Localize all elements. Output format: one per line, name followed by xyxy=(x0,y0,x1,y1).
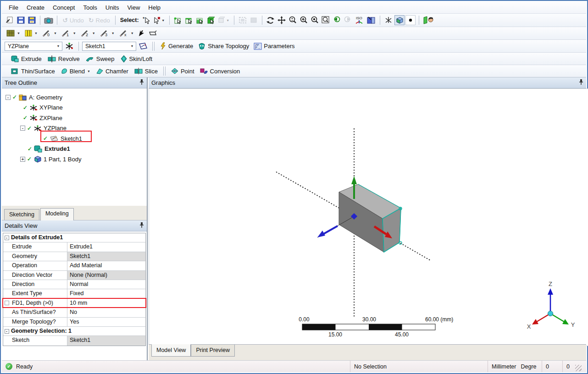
share-topology-button[interactable]: Share Topology xyxy=(196,42,251,50)
rotate-icon[interactable] xyxy=(266,15,276,25)
details-row[interactable]: ExtrudeExtrude1 xyxy=(3,242,145,252)
screenshot-icon[interactable] xyxy=(44,15,54,25)
tab-model-view[interactable]: Model View xyxy=(151,344,191,357)
export-icon[interactable] xyxy=(5,15,15,25)
row-value[interactable]: Add Material xyxy=(67,261,145,270)
chamfer-button[interactable]: Chamfer xyxy=(94,67,131,75)
tab-print-preview[interactable]: Print Preview xyxy=(191,345,235,357)
model-viewport[interactable]: 0.00 30.00 60.00 (mm) 15.00 45.00 Z xyxy=(149,88,588,346)
tree-item-part-body[interactable]: + ✓ 1 Part, 1 Body xyxy=(2,154,147,165)
tree-item-xyplane[interactable]: ✓ XYPlane xyxy=(2,103,147,113)
snap-grid-button[interactable]: ▼ xyxy=(23,29,39,37)
ruler-3-button[interactable]: 3▼ xyxy=(98,29,116,38)
next-view-icon[interactable] xyxy=(343,15,353,25)
triad-icon[interactable] xyxy=(383,15,394,25)
details-row[interactable]: SketchSketch1 xyxy=(3,336,145,345)
collapse-icon[interactable]: - xyxy=(5,236,9,240)
iso-view-icon[interactable]: ISO xyxy=(354,15,366,25)
zoom-fit-icon[interactable] xyxy=(310,15,320,25)
select-arrow-icon[interactable] xyxy=(137,28,147,38)
ruler-0-button[interactable]: 0▼ xyxy=(40,29,59,38)
redo-button[interactable]: ↻Redo xyxy=(87,16,112,24)
details-row[interactable]: Merge Topology?Yes xyxy=(3,318,145,327)
new-sketch-icon[interactable] xyxy=(137,41,149,51)
triad-y-label[interactable]: Y xyxy=(571,321,575,328)
menu-view[interactable]: View xyxy=(123,2,144,13)
select-mode-cursor-icon[interactable]: ▼ xyxy=(152,15,166,25)
skin-loft-button[interactable]: Skin/Loft xyxy=(118,55,155,63)
revolve-button[interactable]: Revolve xyxy=(45,55,82,63)
row-value[interactable]: None (Normal) xyxy=(67,271,145,280)
tab-sketching[interactable]: Sketching xyxy=(4,209,39,220)
tab-modeling[interactable]: Modeling xyxy=(40,208,74,220)
pin-icon[interactable] xyxy=(139,222,144,230)
look-at-face-icon[interactable] xyxy=(422,15,435,25)
ruler-x-button[interactable]: x▼ xyxy=(117,29,136,38)
details-section-header[interactable]: - Details of Extrude1 xyxy=(3,233,145,242)
box-volume-select-icon[interactable] xyxy=(249,15,259,25)
collapse-icon[interactable]: - xyxy=(5,329,9,334)
details-row[interactable]: DirectionNormal xyxy=(3,280,145,289)
parameters-button[interactable]: ZPP→Parameters xyxy=(252,42,296,50)
new-selection-cursor-icon[interactable]: * xyxy=(141,15,151,25)
triad-z-label[interactable]: Z xyxy=(549,280,552,287)
row-value[interactable]: Normal xyxy=(67,280,145,289)
box-zoom-icon[interactable] xyxy=(321,15,331,25)
tree-item-geometry[interactable]: - ✓ A: Geometry xyxy=(2,92,147,103)
new-plane-icon[interactable] xyxy=(63,41,75,51)
details-row[interactable]: GeometrySketch1 xyxy=(3,252,145,261)
previous-view-icon[interactable] xyxy=(332,15,342,25)
menu-file[interactable]: File xyxy=(5,2,22,13)
zoom-icon[interactable] xyxy=(288,15,298,25)
tree-item-yzplane[interactable]: - ✓ YZPlane xyxy=(2,123,147,134)
pan-icon[interactable] xyxy=(277,15,287,25)
conversion-button[interactable]: Conversion xyxy=(198,67,243,75)
row-value[interactable]: Sketch1 xyxy=(67,336,145,345)
undo-button[interactable]: ↺Undo xyxy=(61,16,86,24)
box-select-icon[interactable] xyxy=(238,15,248,25)
sketch-combo[interactable]: Sketch1▼ xyxy=(82,42,136,51)
menu-units[interactable]: Units xyxy=(101,2,123,13)
tree-item-zxplane[interactable]: ✓ ZXPlane xyxy=(2,113,147,123)
row-value[interactable]: Sketch1 xyxy=(67,252,145,261)
details-row[interactable]: OperationAdd Material xyxy=(3,261,145,270)
tree-item-sketch1[interactable]: ✓ Sketch1 xyxy=(2,133,147,144)
generate-button[interactable]: Generate xyxy=(158,42,195,50)
menu-tools[interactable]: Tools xyxy=(79,2,101,13)
thin-surface-button[interactable]: Thin/Surface xyxy=(8,67,57,75)
tree-item-extrude1[interactable]: ✓ Extrude1 xyxy=(2,144,147,154)
expand-icon[interactable]: + xyxy=(20,157,25,162)
point-button[interactable]: Point xyxy=(169,67,197,75)
details-section-header[interactable]: - Geometry Selection: 1 xyxy=(3,327,145,336)
slice-button[interactable]: Slice xyxy=(132,67,160,75)
row-value[interactable]: No xyxy=(67,308,145,317)
point-display-icon[interactable] xyxy=(405,15,416,25)
zoom-in-icon[interactable] xyxy=(299,15,309,25)
row-value[interactable]: Extrude1 xyxy=(67,242,145,251)
save-icon[interactable] xyxy=(16,15,26,25)
ruler-1-button[interactable]: 1▼ xyxy=(60,29,78,38)
grid-display-button[interactable]: ▼ xyxy=(5,29,22,37)
row-value[interactable]: 10 mm xyxy=(67,299,145,308)
plane-combo[interactable]: YZPlane▼ xyxy=(5,42,62,51)
outline-rect-icon[interactable] xyxy=(148,28,158,38)
save-as-icon[interactable] xyxy=(27,15,37,25)
details-row[interactable]: Extent TypeFixed xyxy=(3,289,145,298)
collapse-icon[interactable]: - xyxy=(20,126,25,131)
body-filter-icon[interactable] xyxy=(206,15,216,25)
sweep-button[interactable]: Sweep xyxy=(83,55,117,63)
row-value[interactable]: Yes xyxy=(67,318,145,326)
plane-display-icon[interactable] xyxy=(366,15,377,25)
pin-icon[interactable] xyxy=(139,79,144,87)
resize-grip[interactable] xyxy=(575,365,582,371)
collapse-icon[interactable]: - xyxy=(6,95,11,100)
menu-concept[interactable]: Concept xyxy=(49,2,79,13)
chevron-down-icon[interactable]: ▼ xyxy=(55,42,62,50)
edge-filter-icon[interactable] xyxy=(184,15,194,25)
pin-icon[interactable] xyxy=(579,79,583,87)
face-filter-icon[interactable] xyxy=(195,15,205,25)
chevron-down-icon[interactable]: ▼ xyxy=(128,42,136,50)
blend-button[interactable]: Blend▼ xyxy=(58,67,93,75)
ruler-2-button[interactable]: 2▼ xyxy=(79,29,97,38)
menu-help[interactable]: Help xyxy=(144,2,165,13)
